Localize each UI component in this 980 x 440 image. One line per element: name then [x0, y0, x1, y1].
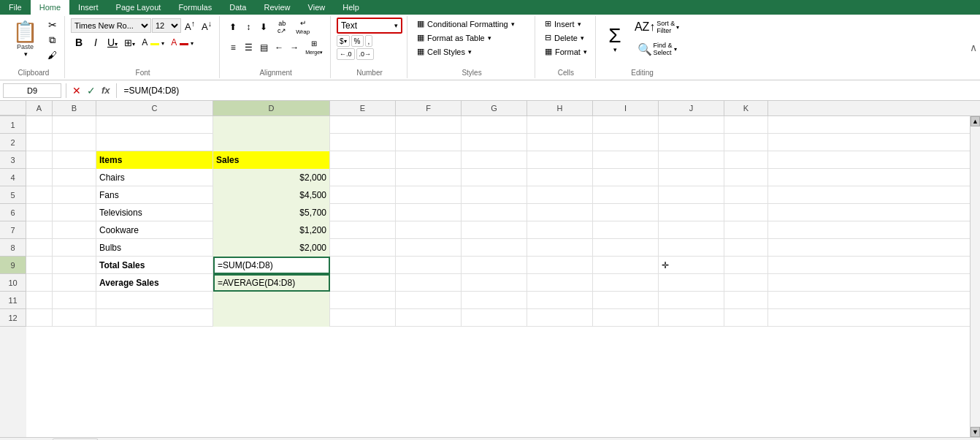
cell-c1[interactable] — [96, 116, 213, 134]
cell-j7[interactable] — [659, 221, 724, 239]
col-header-k[interactable]: K — [724, 101, 768, 115]
cell-b5[interactable] — [53, 186, 96, 204]
find-select-button[interactable]: 🔍 Find &Select ▾ — [631, 39, 683, 58]
align-middle-button[interactable]: ↕ — [241, 20, 256, 34]
cell-c12[interactable] — [96, 309, 213, 327]
cell-a3[interactable] — [26, 151, 53, 169]
italic-button[interactable]: I — [88, 35, 104, 50]
row-header-6[interactable]: 6 — [0, 204, 26, 221]
indent-dec-button[interactable]: ← — [272, 41, 286, 54]
cell-f11[interactable] — [396, 292, 462, 309]
cell-k9[interactable] — [724, 257, 768, 274]
tab-data[interactable]: Data — [221, 0, 255, 15]
cell-f1[interactable] — [396, 116, 462, 134]
cell-g3[interactable] — [462, 151, 527, 169]
cell-f12[interactable] — [396, 309, 462, 327]
cell-i6[interactable] — [593, 204, 659, 221]
cell-k4[interactable] — [724, 169, 768, 186]
corner-cell[interactable] — [0, 101, 26, 115]
row-header-12[interactable]: 12 — [0, 309, 26, 327]
indent-inc-button[interactable]: → — [287, 41, 302, 54]
cell-a7[interactable] — [26, 221, 53, 239]
cell-f9[interactable] — [396, 257, 462, 274]
cell-g7[interactable] — [462, 221, 527, 239]
cell-a8[interactable] — [26, 239, 53, 257]
cell-j11[interactable] — [659, 292, 724, 309]
cell-j8[interactable] — [659, 239, 724, 257]
vertical-scrollbar[interactable]: ▲ ▼ — [970, 116, 980, 437]
cell-d4[interactable]: $2,000 — [213, 169, 330, 186]
cell-c2[interactable] — [96, 134, 213, 151]
cell-e2[interactable] — [330, 134, 396, 151]
cell-d11[interactable] — [213, 292, 330, 309]
cell-k10[interactable] — [724, 274, 768, 292]
cell-g11[interactable] — [462, 292, 527, 309]
cell-d7[interactable]: $1,200 — [213, 221, 330, 239]
cell-h8[interactable] — [527, 239, 593, 257]
cell-f8[interactable] — [396, 239, 462, 257]
cell-h10[interactable] — [527, 274, 593, 292]
row-header-7[interactable]: 7 — [0, 221, 26, 239]
autosum-button[interactable]: Σ ▾ — [602, 18, 628, 61]
cell-f5[interactable] — [396, 186, 462, 204]
comma-button[interactable]: , — [365, 35, 373, 47]
cell-k1[interactable] — [724, 116, 768, 134]
col-header-f[interactable]: F — [396, 101, 462, 115]
grow-font-button[interactable]: A↑ — [182, 18, 198, 34]
cell-b12[interactable] — [53, 309, 96, 327]
cell-d10[interactable]: =AVERAGE(D4:D8) — [213, 274, 330, 292]
cell-h7[interactable] — [527, 221, 593, 239]
cell-h4[interactable] — [527, 169, 593, 186]
cell-a4[interactable] — [26, 169, 53, 186]
tab-page-layout[interactable]: Page Layout — [107, 0, 170, 15]
cell-e1[interactable] — [330, 116, 396, 134]
row-header-8[interactable]: 8 — [0, 239, 26, 257]
cell-k12[interactable] — [724, 309, 768, 327]
cell-e4[interactable] — [330, 169, 396, 186]
cell-i1[interactable] — [593, 116, 659, 134]
cell-e10[interactable] — [330, 274, 396, 292]
col-header-h[interactable]: H — [527, 101, 593, 115]
cell-g9[interactable] — [462, 257, 527, 274]
confirm-icon[interactable]: ✓ — [85, 85, 97, 96]
cell-j9[interactable]: ✛ — [659, 257, 724, 274]
cell-f4[interactable] — [396, 169, 462, 186]
col-header-c[interactable]: C — [96, 101, 213, 115]
wrap-text-button[interactable]: ↵Wrap — [293, 18, 313, 37]
percent-button[interactable]: % — [351, 35, 364, 47]
increase-decimal-button[interactable]: ←.0 — [337, 48, 355, 60]
align-bottom-button[interactable]: ⬇ — [256, 20, 271, 34]
underline-button[interactable]: U▾ — [104, 35, 120, 50]
cell-c8[interactable]: Bulbs — [96, 239, 213, 257]
cell-k6[interactable] — [724, 204, 768, 221]
cell-d3[interactable]: Sales — [213, 151, 330, 169]
shrink-font-button[interactable]: A↓ — [199, 18, 215, 34]
cell-h1[interactable] — [527, 116, 593, 134]
format-button[interactable]: ▦ Format ▾ — [541, 45, 591, 58]
cell-c4[interactable]: Chairs — [96, 169, 213, 186]
cell-j1[interactable] — [659, 116, 724, 134]
ribbon-collapse-button[interactable]: ∧ — [970, 16, 977, 78]
align-center-button[interactable]: ☰ — [241, 41, 256, 54]
cell-h12[interactable] — [527, 309, 593, 327]
tab-home[interactable]: Home — [31, 0, 69, 15]
col-header-b[interactable]: B — [53, 101, 96, 115]
cell-b1[interactable] — [53, 116, 96, 134]
delete-button[interactable]: ⊟ Delete ▾ — [541, 31, 588, 44]
cell-i10[interactable] — [593, 274, 659, 292]
cell-j12[interactable] — [659, 309, 724, 327]
cell-g6[interactable] — [462, 204, 527, 221]
cell-d9[interactable]: =SUM(D4:D8) — [213, 257, 330, 274]
cell-b7[interactable] — [53, 221, 96, 239]
cell-k5[interactable] — [724, 186, 768, 204]
cell-c7[interactable]: Cookware — [96, 221, 213, 239]
cell-b9[interactable] — [53, 257, 96, 274]
cell-b11[interactable] — [53, 292, 96, 309]
cell-j2[interactable] — [659, 134, 724, 151]
cell-a11[interactable] — [26, 292, 53, 309]
scroll-down-button[interactable]: ▼ — [971, 427, 980, 437]
font-name-select[interactable]: Times New Ro... — [71, 18, 151, 33]
cell-d1[interactable] — [213, 116, 330, 134]
cell-a5[interactable] — [26, 186, 53, 204]
cell-f2[interactable] — [396, 134, 462, 151]
